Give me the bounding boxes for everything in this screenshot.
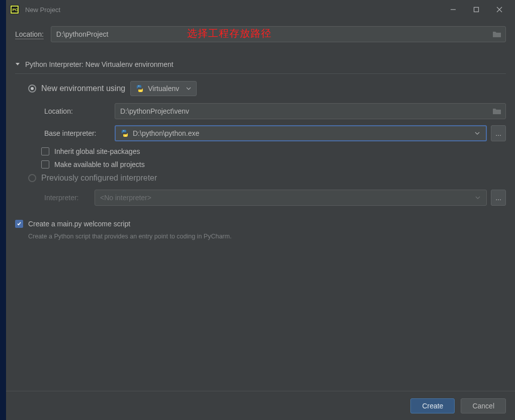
browse-button[interactable]: ... xyxy=(491,125,506,141)
inherit-checkbox[interactable] xyxy=(41,147,49,155)
svg-point-11 xyxy=(125,135,126,136)
welcome-script-hint: Create a Python script that provides an … xyxy=(28,233,506,240)
folder-icon[interactable] xyxy=(492,108,501,115)
available-checkbox[interactable] xyxy=(41,160,49,169)
svg-point-9 xyxy=(140,91,141,92)
welcome-script-label: Create a main.py welcome script xyxy=(28,220,130,228)
venv-location-label: Location: xyxy=(44,107,115,115)
prev-env-radio-row[interactable]: Previously configured interpreter xyxy=(28,174,506,183)
chevron-down-icon xyxy=(475,196,480,199)
location-label: Location: xyxy=(15,30,44,38)
base-interpreter-value: D:\python\python.exe xyxy=(133,129,199,137)
browse-button[interactable]: ... xyxy=(491,190,506,206)
window-controls xyxy=(442,0,511,19)
location-value: D:\pythonProject xyxy=(56,30,109,38)
folder-icon[interactable] xyxy=(492,31,501,38)
prev-interpreter-row: Interpreter: <No interpreter> ... xyxy=(44,190,506,206)
interpreter-options: New environment using Virtualenv xyxy=(15,81,506,206)
create-button-label: Create xyxy=(422,402,443,410)
base-interpreter-dropdown[interactable]: D:\python\python.exe xyxy=(115,125,487,141)
python-icon xyxy=(136,85,144,93)
cancel-button-label: Cancel xyxy=(472,402,494,410)
available-checkbox-row[interactable]: Make available to all projects xyxy=(41,160,506,169)
new-env-radio-row[interactable]: New environment using Virtualenv xyxy=(28,81,506,96)
window-title: New Project xyxy=(25,6,442,14)
location-row: Location: D:\pythonProject 选择工程存放路径 xyxy=(15,26,506,42)
welcome-script-checkbox-row[interactable]: Create a main.py welcome script xyxy=(15,220,506,228)
minimize-button[interactable] xyxy=(442,0,465,19)
pycharm-icon: PC xyxy=(10,5,19,14)
venv-location-input[interactable]: D:\pythonProject\venv xyxy=(115,103,506,119)
welcome-script-checkbox[interactable] xyxy=(15,220,23,228)
chevron-down-icon xyxy=(15,62,22,67)
welcome-script-section: Create a main.py welcome script Create a… xyxy=(15,220,506,240)
annotation-text: 选择工程存放路径 xyxy=(187,27,272,40)
close-button[interactable] xyxy=(488,0,511,19)
virtualenv-dropdown[interactable]: Virtualenv xyxy=(130,81,197,96)
dialog-footer: Create Cancel xyxy=(6,391,515,420)
inherit-checkbox-row[interactable]: Inherit global site-packages xyxy=(41,147,506,155)
location-input[interactable]: D:\pythonProject 选择工程存放路径 xyxy=(51,26,506,42)
maximize-button[interactable] xyxy=(465,0,488,19)
prev-interpreter-value: <No interpreter> xyxy=(100,194,151,202)
base-interpreter-label: Base interpreter: xyxy=(44,129,115,137)
new-env-radio[interactable] xyxy=(28,85,36,93)
venv-location-row: Location: D:\pythonProject\venv xyxy=(44,103,506,119)
prev-interpreter-label: Interpreter: xyxy=(44,194,95,202)
titlebar[interactable]: PC New Project xyxy=(6,0,515,19)
svg-text:PC: PC xyxy=(13,8,18,12)
create-button[interactable]: Create xyxy=(410,398,455,413)
python-icon xyxy=(121,129,129,137)
section-title: Python Interpreter: New Virtualenv envir… xyxy=(25,60,174,68)
venv-location-value: D:\pythonProject\venv xyxy=(120,107,189,115)
prev-env-radio[interactable] xyxy=(28,174,36,182)
svg-point-8 xyxy=(138,86,139,87)
base-interpreter-row: Base interpreter: D:\ xyxy=(44,125,506,141)
prev-interpreter-dropdown[interactable]: <No interpreter> xyxy=(95,190,487,206)
prev-env-label: Previously configured interpreter xyxy=(41,174,157,183)
svg-rect-5 xyxy=(474,8,479,12)
interpreter-section: Python Interpreter: New Virtualenv envir… xyxy=(15,60,506,212)
available-label: Make available to all projects xyxy=(54,160,145,169)
dialog-content: Location: D:\pythonProject 选择工程存放路径 Pyth… xyxy=(6,19,515,391)
virtualenv-value: Virtualenv xyxy=(148,85,179,93)
chevron-down-icon xyxy=(475,132,480,135)
new-env-label: New environment using xyxy=(41,84,125,93)
venv-options: Inherit global site-packages Make availa… xyxy=(41,147,506,169)
new-project-dialog: PC New Project Location: D:\pythonProjec… xyxy=(6,0,515,420)
cancel-button[interactable]: Cancel xyxy=(461,398,506,413)
section-header[interactable]: Python Interpreter: New Virtualenv envir… xyxy=(15,60,506,74)
svg-point-10 xyxy=(123,130,124,131)
inherit-label: Inherit global site-packages xyxy=(54,147,140,155)
chevron-down-icon xyxy=(186,87,191,90)
